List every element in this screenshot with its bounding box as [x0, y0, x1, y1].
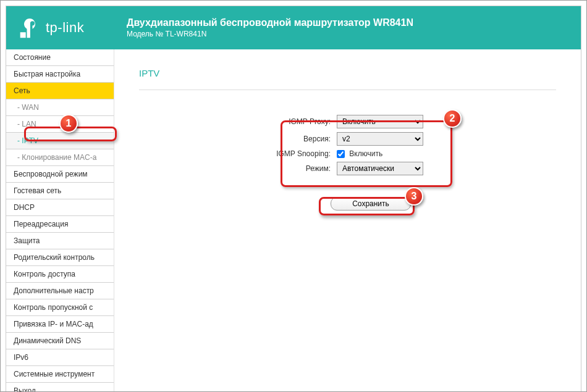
logo: tp-link [19, 17, 127, 39]
sidebar-item-13[interactable]: Контроль доступа [6, 266, 114, 283]
save-button[interactable]: Сохранить [331, 197, 411, 211]
sidebar-item-5[interactable]: - IPTV [6, 133, 114, 149]
sidebar-nav: СостояниеБыстрая настройкаСеть- WAN- LAN… [6, 49, 114, 392]
sidebar-item-3[interactable]: - WAN [6, 99, 114, 116]
sidebar-item-9[interactable]: DHCP [6, 199, 114, 216]
sidebar-item-20[interactable]: Выход [6, 383, 114, 392]
brand-text: tp-link [46, 20, 84, 36]
model-subtitle: Модель № TL-WR841N [127, 30, 568, 38]
sidebar-item-15[interactable]: Контроль пропускной с [6, 299, 114, 316]
divider [139, 90, 556, 90]
main-content: IPTV IGMP Proxy: Включить Версия: v2 [114, 49, 581, 392]
app-header: tp-link Двухдиапазонный беспроводной мар… [6, 6, 581, 49]
igmp-proxy-label: IGMP Proxy: [263, 117, 337, 126]
sidebar-item-18[interactable]: IPv6 [6, 349, 114, 366]
sidebar-item-1[interactable]: Быстрая настройка [6, 66, 114, 83]
iptv-form: IGMP Proxy: Включить Версия: v2 [263, 115, 473, 175]
igmp-snooping-checkbox[interactable] [337, 150, 345, 158]
tp-link-logo-icon [19, 17, 41, 39]
sidebar-item-4[interactable]: - LAN [6, 116, 114, 133]
product-title: Двухдиапазонный беспроводной маршрутизат… [127, 17, 568, 28]
sidebar-item-16[interactable]: Привязка IP- и MAC-ад [6, 316, 114, 333]
igmp-snooping-text: Включить [349, 149, 382, 158]
sidebar-item-2[interactable]: Сеть [6, 83, 114, 99]
page-title: IPTV [139, 68, 556, 78]
sidebar-item-11[interactable]: Защита [6, 233, 114, 249]
mode-select[interactable]: Автоматически [337, 162, 423, 175]
igmp-snooping-label: IGMP Snooping: [263, 149, 337, 158]
sidebar-item-12[interactable]: Родительский контроль [6, 249, 114, 266]
sidebar-item-19[interactable]: Системные инструмент [6, 366, 114, 383]
sidebar-item-8[interactable]: Гостевая сеть [6, 183, 114, 199]
sidebar-item-0[interactable]: Состояние [6, 49, 114, 66]
sidebar-item-17[interactable]: Динамический DNS [6, 333, 114, 349]
version-label: Версия: [263, 135, 337, 143]
sidebar-item-7[interactable]: Беспроводной режим [6, 166, 114, 183]
header-titles: Двухдиапазонный беспроводной маршрутизат… [127, 17, 568, 38]
igmp-proxy-select[interactable]: Включить [337, 115, 423, 128]
sidebar-item-14[interactable]: Дополнительные настр [6, 283, 114, 299]
mode-label: Режим: [263, 164, 337, 173]
sidebar-item-10[interactable]: Переадресация [6, 216, 114, 233]
version-select[interactable]: v2 [337, 132, 423, 146]
sidebar-item-6[interactable]: - Клонирование MAC-а [6, 149, 114, 166]
